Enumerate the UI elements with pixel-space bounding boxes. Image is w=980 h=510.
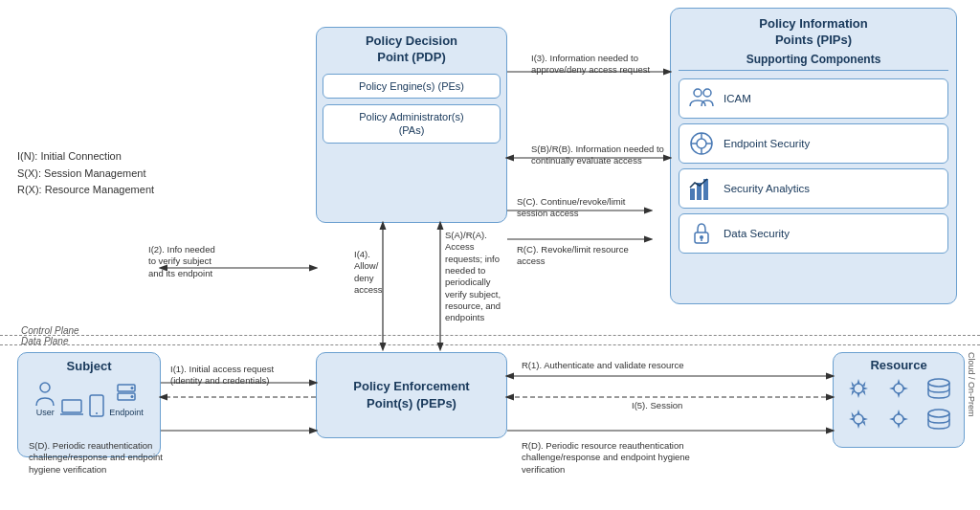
i2-label: I(2). Info neededto verify subjectand it… xyxy=(148,244,215,279)
subject-icons: User End xyxy=(34,381,144,417)
icam-label: ICAM xyxy=(724,93,751,104)
pdp-admin-box: Policy Administrator(s)(PAs) xyxy=(323,104,501,144)
svg-point-25 xyxy=(928,379,949,387)
i5-label: I(5). Session xyxy=(632,400,682,411)
pip-subtitle: Supporting Components xyxy=(679,53,948,71)
endpoint-security-label: Endpoint Security xyxy=(724,138,810,149)
data-plane-line xyxy=(0,344,980,345)
legend: I(N): Initial Connection S(X): Session M… xyxy=(17,148,154,199)
tablet-icon-item xyxy=(88,394,105,417)
endpoint-label: Endpoint xyxy=(109,408,144,417)
rd-label: R(D). Periodic resource reauthentication… xyxy=(522,440,690,476)
database2-icon xyxy=(924,407,953,432)
sc-label: S(C). Continue/revoke/limitsession acces… xyxy=(517,196,626,220)
main-diagram: I(N): Initial Connection S(X): Session M… xyxy=(0,0,980,510)
i1-label: I(1). Initial access request(identity an… xyxy=(170,364,274,388)
svg-point-14 xyxy=(40,383,50,392)
pip-box: Policy InformationPoints (PIPs) Supporti… xyxy=(670,8,957,304)
sa-ra-label: S(A)/R(A).Accessrequests; infoneeded top… xyxy=(445,230,501,324)
i3-label: I(3). Information needed toapprove/deny … xyxy=(531,53,650,77)
legend-line2: S(X): Session Management xyxy=(17,166,154,183)
pip-item-datasecurity: Data Security xyxy=(679,213,948,254)
pdp-box: Policy DecisionPoint (PDP) Policy Engine… xyxy=(316,27,507,223)
legend-line3: R(X): Resource Management xyxy=(17,182,154,199)
data-plane-label: Data Plane xyxy=(21,336,68,346)
pip-item-analytics: Security Analytics xyxy=(679,168,948,209)
svg-rect-8 xyxy=(690,188,695,200)
sb-rb-label: S(B)/R(B). Information needed tocontinua… xyxy=(531,144,664,167)
server-icon-item: Endpoint xyxy=(109,383,144,417)
pip-title: Policy InformationPoints (PIPs) xyxy=(679,16,948,49)
user-icon-item: User xyxy=(34,381,56,417)
data-security-label: Data Security xyxy=(724,228,790,239)
pdp-engine-box: Policy Engine(s) (PEs) xyxy=(323,74,501,99)
laptop-icon-item xyxy=(59,398,84,417)
svg-point-27 xyxy=(894,414,903,424)
database-icon xyxy=(924,376,953,401)
gear4-icon xyxy=(884,407,913,432)
security-analytics-icon xyxy=(687,174,716,203)
svg-point-26 xyxy=(854,414,863,424)
svg-point-0 xyxy=(694,89,702,97)
svg-point-1 xyxy=(703,89,711,97)
svg-point-28 xyxy=(928,410,949,417)
r1-label: R(1). Authenticate and validate resource xyxy=(522,360,684,371)
resource-icons-row1 xyxy=(838,376,959,401)
rc-label: R(C). Revoke/limit resourceaccess xyxy=(517,244,629,268)
cloud-onprem-label: Cloud / On-Prem xyxy=(967,352,976,448)
resource-icons-row2 xyxy=(838,407,959,432)
endpoint-security-icon xyxy=(687,129,716,158)
legend-line1: I(N): Initial Connection xyxy=(17,148,154,166)
pip-item-endpoint: Endpoint Security xyxy=(679,123,948,164)
resource-title: Resource xyxy=(838,358,959,372)
svg-rect-15 xyxy=(62,400,81,412)
svg-point-18 xyxy=(96,412,98,414)
pep-title: Policy EnforcementPoint(s) (PEPs) xyxy=(353,378,469,412)
svg-point-22 xyxy=(131,395,134,398)
pdp-engine-label: Policy Engine(s) (PEs) xyxy=(359,80,464,92)
user-label: User xyxy=(36,408,55,417)
i4-label: I(4).Allow/denyaccess xyxy=(354,249,383,296)
icam-icon xyxy=(687,84,716,113)
svg-point-21 xyxy=(131,387,134,389)
svg-point-3 xyxy=(697,139,706,148)
subject-title: Subject xyxy=(67,359,112,373)
sd-label: S(D). Periodic reauthenticationchallenge… xyxy=(29,440,163,476)
pdp-title: Policy DecisionPoint (PDP) xyxy=(323,33,501,66)
security-analytics-label: Security Analytics xyxy=(724,183,810,194)
pep-box: Policy EnforcementPoint(s) (PEPs) xyxy=(316,352,507,438)
control-plane-label: Control Plane xyxy=(21,325,79,336)
svg-point-24 xyxy=(894,384,903,393)
gear3-icon xyxy=(844,407,873,432)
svg-point-23 xyxy=(854,384,863,393)
gear1-icon xyxy=(844,376,873,401)
resource-box: Resource xyxy=(833,352,965,448)
svg-point-12 xyxy=(700,235,703,239)
control-plane-line xyxy=(0,335,980,336)
gear2-icon xyxy=(884,376,913,401)
data-security-icon xyxy=(687,219,716,248)
pip-item-icam: ICAM xyxy=(679,78,948,119)
